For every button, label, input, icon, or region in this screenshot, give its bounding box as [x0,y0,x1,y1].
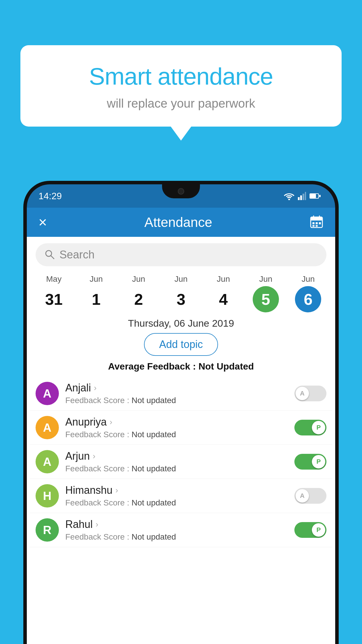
student-row[interactable]: HHimanshu ›Feedback Score : Not updatedA [30,479,332,513]
phone-inner: 14:29 [27,184,335,644]
wifi-icon [284,192,294,200]
calendar-day-31[interactable]: May31 [41,274,67,312]
phone-frame: 14:29 [23,181,339,644]
student-name: Arjun › [65,450,288,462]
svg-point-0 [288,199,290,200]
svg-rect-3 [303,194,304,200]
selected-date: Thursday, 06 June 2019 [27,318,335,329]
svg-rect-13 [312,222,314,224]
svg-rect-15 [319,222,321,224]
svg-rect-8 [319,195,321,197]
svg-rect-14 [316,222,318,224]
student-info: Anupriya ›Feedback Score : Not updated [65,416,288,439]
avg-feedback-value: Not Updated [198,361,254,372]
calendar-day-3[interactable]: Jun3 [168,274,194,312]
notch [162,184,200,198]
avg-feedback-label: Average Feedback : [108,361,196,372]
student-row[interactable]: AArjun ›Feedback Score : Not updatedP [30,445,332,479]
svg-rect-7 [310,194,316,198]
calendar-day-1[interactable]: Jun1 [83,274,109,312]
student-name: Anjali › [65,382,288,394]
battery-icon [310,193,321,199]
app-title: Attendance [144,214,212,230]
search-input[interactable]: Search [59,249,94,261]
close-button[interactable]: × [38,214,47,231]
svg-rect-16 [312,225,314,227]
calendar-day-5[interactable]: Jun5 [253,274,279,312]
speech-bubble: Smart attendance will replace your paper… [20,45,342,127]
avg-feedback: Average Feedback : Not Updated [27,361,335,372]
bubble-title: Smart attendance [41,63,321,90]
svg-rect-17 [316,225,318,227]
student-row[interactable]: AAnjali ›Feedback Score : Not updatedA [30,377,332,411]
svg-rect-2 [300,195,302,200]
student-name: Rahul › [65,518,288,531]
calendar-strip: May31Jun1Jun2Jun3Jun4Jun5Jun6 [27,272,335,312]
student-feedback: Feedback Score : Not updated [65,396,288,405]
calendar-icon[interactable] [310,215,324,230]
student-feedback: Feedback Score : Not updated [65,498,288,508]
search-icon [44,249,55,261]
student-info: Arjun ›Feedback Score : Not updated [65,450,288,473]
search-bar[interactable]: Search [36,243,326,266]
avatar: H [36,484,59,508]
student-name: Himanshu › [65,484,288,496]
speech-bubble-container: Smart attendance will replace your paper… [20,45,342,127]
student-info: Rahul ›Feedback Score : Not updated [65,518,288,542]
avatar: A [36,416,59,439]
student-name: Anupriya › [65,416,288,428]
student-info: Anjali ›Feedback Score : Not updated [65,382,288,405]
student-feedback: Feedback Score : Not updated [65,430,288,439]
student-list: AAnjali ›Feedback Score : Not updatedAAA… [27,377,335,547]
student-row[interactable]: AAnupriya ›Feedback Score : Not updatedP [30,411,332,445]
avatar: A [36,450,59,473]
status-bar: 14:29 [27,184,335,208]
student-info: Himanshu ›Feedback Score : Not updated [65,484,288,508]
attendance-toggle[interactable]: P [294,454,326,470]
calendar-day-6[interactable]: Jun6 [295,274,321,312]
calendar-day-4[interactable]: Jun4 [210,274,236,312]
screen-content: Search May31Jun1Jun2Jun3Jun4Jun5Jun6 Thu… [27,237,335,644]
bubble-subtitle: will replace your paperwork [41,97,321,111]
camera [178,188,184,195]
attendance-toggle[interactable]: P [294,420,326,435]
calendar-day-2[interactable]: Jun2 [126,274,152,312]
attendance-toggle[interactable]: P [294,522,326,538]
student-row[interactable]: RRahul ›Feedback Score : Not updatedP [30,513,332,547]
attendance-toggle[interactable]: A [294,386,326,401]
student-feedback: Feedback Score : Not updated [65,532,288,542]
status-time: 14:29 [38,191,62,202]
svg-rect-10 [311,217,322,220]
avatar: R [36,518,59,542]
svg-rect-4 [305,192,306,200]
student-feedback: Feedback Score : Not updated [65,464,288,473]
attendance-toggle[interactable]: A [294,488,326,504]
avatar: A [36,382,59,405]
app-header: × Attendance [27,208,335,237]
signal-icon [298,192,306,200]
add-topic-button[interactable]: Add topic [144,333,218,356]
svg-line-19 [51,256,54,259]
svg-rect-1 [298,197,300,200]
status-icons [284,192,321,200]
